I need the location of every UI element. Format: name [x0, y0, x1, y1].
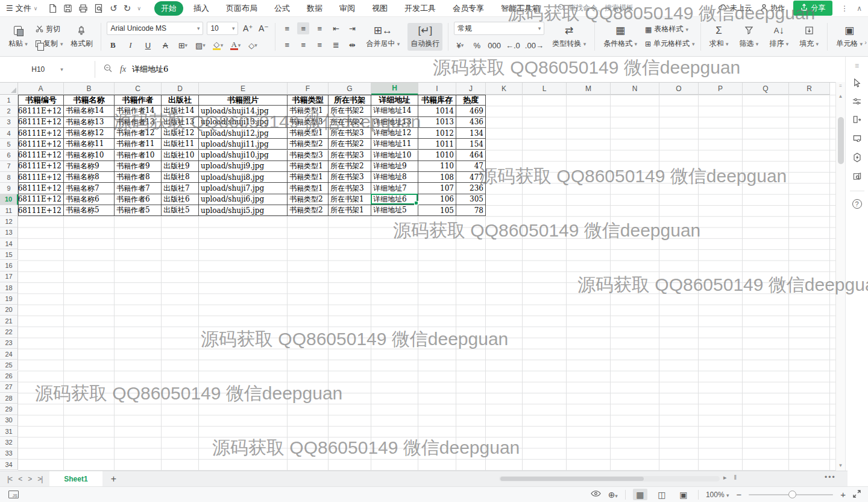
cell-H3[interactable]: 详细地址13 — [371, 117, 418, 128]
row-header-24[interactable]: 24 — [0, 349, 18, 360]
cell-J11[interactable]: 78 — [456, 205, 486, 216]
cell-shading-button[interactable]: ▨▾ — [194, 39, 206, 51]
paste-button[interactable]: 粘贴 ▾ — [5, 23, 31, 51]
align-center-button[interactable]: ≡ — [297, 39, 309, 51]
cell-J9[interactable]: 236 — [456, 183, 486, 194]
zoom-out-icon[interactable] — [104, 64, 113, 75]
scroll-down-icon[interactable]: ▼ — [838, 463, 843, 468]
cell-F3[interactable]: 书籍类型3 — [288, 117, 329, 128]
cell-J2[interactable]: 469 — [456, 106, 486, 116]
row-header-8[interactable]: 8 — [0, 172, 18, 183]
row-header-31[interactable]: 31 — [0, 426, 18, 437]
eraser-button[interactable]: ◇▾ — [247, 39, 259, 51]
ribbon-tab-开发工具[interactable]: 开发工具 — [398, 1, 442, 16]
cell-I11[interactable]: 105 — [418, 205, 456, 216]
cell-D8[interactable]: 出版社8 — [162, 172, 199, 183]
row-header-32[interactable]: 32 — [0, 437, 18, 448]
merge-center-button[interactable]: ⊞↔ 合并居中 ▾ — [363, 23, 403, 51]
cell-A2[interactable]: 1.68111E+12 — [18, 106, 64, 116]
cell-E8[interactable]: upload/shuji8.jpg — [199, 172, 288, 183]
row-header-34[interactable]: 34 — [0, 459, 18, 470]
row-header-10[interactable]: 10 — [0, 194, 18, 205]
decrease-decimal-button[interactable]: ←.0 — [506, 39, 520, 51]
cell-E6[interactable]: upload/shuji10.jpg — [199, 150, 288, 161]
row-header-21[interactable]: 21 — [0, 316, 18, 326]
cell-H9[interactable]: 详细地址7 — [371, 183, 418, 194]
percent-format-button[interactable]: % — [471, 39, 483, 51]
column-header-C[interactable]: C — [115, 83, 162, 95]
strikethrough-button[interactable]: A — [159, 39, 171, 51]
print-icon[interactable] — [78, 4, 88, 13]
column-header-N[interactable]: N — [611, 83, 659, 95]
split-bar-icon[interactable]: ‖ — [734, 474, 737, 481]
cell-F10[interactable]: 书籍类型2 — [288, 194, 329, 205]
decrease-font-button[interactable]: A⁻ — [257, 22, 269, 34]
cell-G7[interactable]: 所在书架2 — [329, 161, 371, 172]
cell-H7[interactable]: 详细地址9 — [371, 161, 418, 172]
cell-B6[interactable]: 书籍名称10 — [64, 150, 115, 161]
collapse-ribbon-icon[interactable]: ∧ — [857, 4, 862, 13]
fx-icon[interactable]: fx — [120, 65, 126, 74]
zoom-slider[interactable] — [749, 494, 833, 495]
first-sheet-icon[interactable]: |< — [7, 475, 12, 483]
row-header-16[interactable]: 16 — [0, 261, 18, 272]
horizontal-scrollbar[interactable] — [499, 476, 720, 481]
shortcut-bolt-icon[interactable] — [853, 153, 861, 164]
cloud-status[interactable]: 未上云 — [718, 3, 752, 13]
cell-J3[interactable]: 436 — [456, 117, 486, 128]
column-header-F[interactable]: F — [288, 83, 329, 95]
row-header-13[interactable]: 13 — [0, 227, 18, 238]
cell-C2[interactable]: 书籍作者14 — [115, 106, 162, 116]
column-header-J[interactable]: J — [456, 83, 486, 95]
column-header-Q[interactable]: Q — [743, 83, 789, 95]
cell-F2[interactable]: 书籍类型1 — [288, 106, 329, 116]
format-painter-button[interactable]: 格式刷 — [68, 23, 95, 51]
cell-F11[interactable]: 书籍类型2 — [288, 205, 329, 216]
cut-button[interactable]: 剪切 — [36, 24, 63, 34]
conditional-format-button[interactable]: ▦ 条件格式 ▾ — [600, 23, 640, 51]
bold-button[interactable]: B — [107, 39, 119, 51]
column-header-P[interactable]: P — [699, 83, 743, 95]
cell-B4[interactable]: 书籍名称12 — [64, 128, 115, 139]
command-search[interactable]: 查找命令、搜索模板 — [558, 3, 634, 13]
column-header-K[interactable]: K — [486, 83, 523, 95]
cell-J4[interactable]: 134 — [456, 128, 486, 139]
cell-J6[interactable]: 464 — [456, 150, 486, 161]
horizontal-scroll-thumb[interactable] — [500, 477, 644, 481]
column-header-I[interactable]: I — [418, 83, 456, 95]
new-file-icon[interactable] — [48, 4, 57, 13]
cell-E1[interactable]: 书籍照片 — [199, 95, 288, 106]
column-header-R[interactable]: R — [789, 83, 830, 95]
cell-C10[interactable]: 书籍作者6 — [115, 194, 162, 205]
cell-I6[interactable]: 1010 — [418, 150, 456, 161]
row-header-6[interactable]: 6 — [0, 150, 18, 161]
cell-G8[interactable]: 所在书架3 — [329, 172, 371, 183]
ribbon-tab-智能工具箱[interactable]: 智能工具箱 — [494, 1, 547, 16]
split-handle-icon[interactable]: ≡ — [839, 83, 842, 89]
file-menu[interactable]: ☰ 文件 ∨ — [0, 3, 43, 14]
row-header-28[interactable]: 28 — [0, 393, 18, 404]
add-sheet-button[interactable]: + — [111, 474, 116, 485]
cell-B1[interactable]: 书籍名称 — [64, 95, 115, 106]
cell-I4[interactable]: 1012 — [418, 128, 456, 139]
italic-button[interactable]: I — [124, 39, 136, 51]
zoom-level[interactable]: 100% ▾ — [706, 491, 729, 499]
name-box[interactable]: H10 ▾ — [0, 61, 95, 78]
copy-button[interactable]: 复制 ▾ — [36, 39, 63, 49]
share-button[interactable]: 分享 — [793, 1, 832, 16]
wrap-text-button[interactable]: [↵] 自动换行 — [407, 23, 442, 51]
row-header-15[interactable]: 15 — [0, 249, 18, 260]
sort-button[interactable]: A↓ 排序 ▾ — [766, 23, 791, 51]
vertical-scrollbar[interactable]: ≡ ▲ ▼ — [835, 82, 845, 471]
cell-D2[interactable]: 出版社14 — [162, 106, 199, 116]
quickbar-dropdown-icon[interactable]: ∨ — [137, 5, 141, 11]
cell-A5[interactable]: 1.68111E+12 — [18, 139, 64, 150]
adjust-sliders-icon[interactable] — [852, 97, 861, 107]
ribbon-tab-会员专享[interactable]: 会员专享 — [446, 1, 491, 16]
thousands-format-button[interactable]: 000 — [488, 39, 501, 51]
font-size-select[interactable]: 10▾ — [207, 22, 238, 35]
row-header-30[interactable]: 30 — [0, 415, 18, 426]
fill-button[interactable]: 填充 ▾ — [796, 23, 822, 51]
cell-G4[interactable]: 所在书架3 — [329, 128, 371, 139]
cell-C9[interactable]: 书籍作者7 — [115, 183, 162, 194]
